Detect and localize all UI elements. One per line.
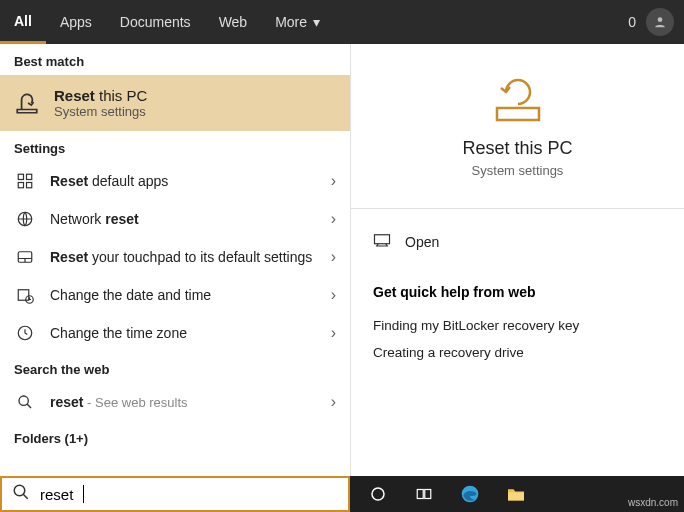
svg-rect-7 xyxy=(18,290,29,301)
tab-web[interactable]: Web xyxy=(205,0,262,44)
svg-rect-11 xyxy=(497,108,539,120)
best-match-subtitle: System settings xyxy=(54,104,147,119)
best-match-header: Best match xyxy=(0,44,350,75)
svg-rect-4 xyxy=(27,183,32,188)
search-web-header: Search the web xyxy=(0,352,350,383)
best-match-title: Reset this PC xyxy=(54,87,147,104)
svg-rect-15 xyxy=(417,490,423,499)
svg-rect-12 xyxy=(375,235,390,244)
taskbar-cortana[interactable] xyxy=(356,476,400,512)
chevron-right-icon: › xyxy=(331,393,336,411)
quick-link-bitlocker[interactable]: Finding my BitLocker recovery key xyxy=(373,312,662,339)
svg-rect-18 xyxy=(508,492,524,500)
touchpad-icon xyxy=(14,248,36,266)
chevron-right-icon: › xyxy=(331,210,336,228)
taskbar-edge[interactable] xyxy=(448,476,492,512)
svg-point-10 xyxy=(19,396,28,405)
svg-rect-1 xyxy=(18,174,23,179)
setting-reset-default-apps[interactable]: Reset default apps › xyxy=(0,162,350,200)
taskbar-explorer[interactable] xyxy=(494,476,538,512)
svg-point-0 xyxy=(658,17,663,22)
chevron-down-icon: ▾ xyxy=(313,14,320,30)
tab-documents[interactable]: Documents xyxy=(106,0,205,44)
search-icon xyxy=(14,394,36,410)
tab-all[interactable]: All xyxy=(0,0,46,44)
open-icon xyxy=(373,233,391,250)
watermark: wsxdn.com xyxy=(628,497,678,508)
taskbar-taskview[interactable] xyxy=(402,476,446,512)
search-input-value: reset xyxy=(40,486,73,503)
folders-header: Folders (1+) xyxy=(0,421,350,452)
quick-link-recovery-drive[interactable]: Creating a recovery drive xyxy=(373,339,662,366)
timezone-icon xyxy=(14,324,36,342)
svg-point-14 xyxy=(372,488,384,500)
web-result-reset[interactable]: reset - See web results › xyxy=(0,383,350,421)
setting-change-date-time[interactable]: Change the date and time › xyxy=(0,276,350,314)
user-avatar[interactable] xyxy=(646,8,674,36)
tab-more[interactable]: More ▾ xyxy=(261,0,334,44)
setting-change-time-zone[interactable]: Change the time zone › xyxy=(0,314,350,352)
preview-title: Reset this PC xyxy=(462,138,572,159)
tab-more-label: More xyxy=(275,14,307,30)
globe-icon xyxy=(14,210,36,228)
search-bar[interactable]: reset xyxy=(0,476,350,512)
search-scope-tabs: All Apps Documents Web More ▾ 0 xyxy=(0,0,684,44)
calendar-clock-icon xyxy=(14,286,36,304)
chevron-right-icon: › xyxy=(331,172,336,190)
divider xyxy=(351,208,684,209)
reset-icon xyxy=(14,90,40,116)
tab-apps[interactable]: Apps xyxy=(46,0,106,44)
reset-pc-hero-icon xyxy=(491,74,545,124)
person-icon xyxy=(653,15,667,29)
setting-network-reset[interactable]: Network reset › xyxy=(0,200,350,238)
best-match-result[interactable]: Reset this PC System settings xyxy=(0,75,350,131)
settings-header: Settings xyxy=(0,131,350,162)
svg-rect-3 xyxy=(18,183,23,188)
apps-icon xyxy=(14,172,36,190)
setting-reset-touchpad[interactable]: Reset your touchpad to its default setti… xyxy=(0,238,350,276)
search-icon xyxy=(12,483,30,505)
chevron-right-icon: › xyxy=(331,324,336,342)
open-label: Open xyxy=(405,234,439,250)
chevron-right-icon: › xyxy=(331,286,336,304)
quick-help-header: Get quick help from web xyxy=(373,284,662,300)
preview-subtitle: System settings xyxy=(472,163,564,178)
reward-count[interactable]: 0 xyxy=(618,14,646,30)
svg-point-13 xyxy=(14,485,25,496)
svg-rect-16 xyxy=(425,490,431,499)
results-panel: Best match Reset this PC System settings… xyxy=(0,44,350,476)
open-action[interactable]: Open xyxy=(373,227,662,256)
svg-rect-2 xyxy=(27,174,32,179)
preview-panel: Reset this PC System settings Open Get q… xyxy=(350,44,684,476)
text-caret xyxy=(83,485,84,503)
chevron-right-icon: › xyxy=(331,248,336,266)
